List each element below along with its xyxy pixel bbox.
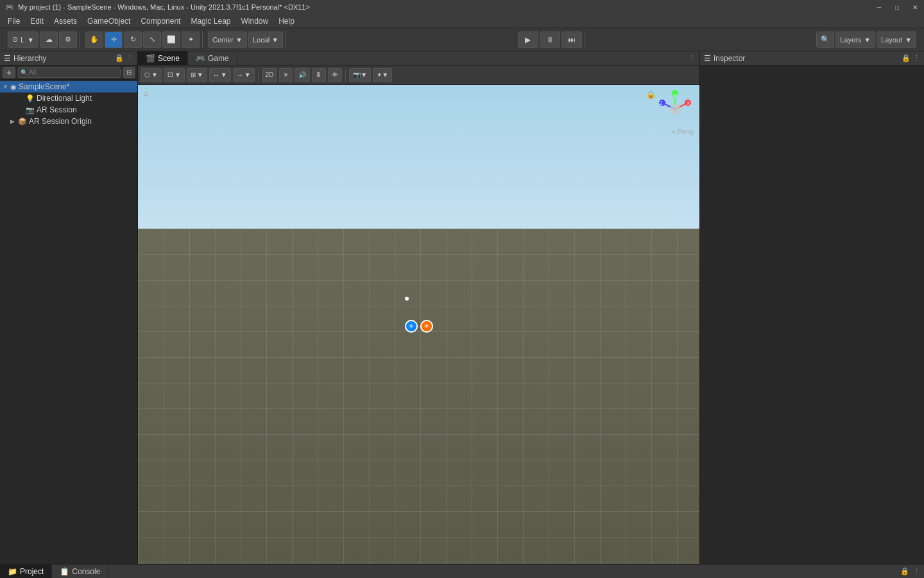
persp-label: < Persp <box>672 128 694 136</box>
hierarchy-panel: ☰ Hierarchy 🔒 ⋮ + 🔍 ⊟ ▼ ◉ SampleScene* <box>0 51 138 564</box>
maximize-button[interactable]: □ <box>888 0 906 14</box>
play-group: ▶ ⏸ ⏭ <box>515 31 585 48</box>
2d-button[interactable]: 2D <box>262 68 278 82</box>
inspector-header: ☰ Inspector 🔒 ⋮ <box>700 51 924 66</box>
move-tool[interactable]: ✛ <box>105 31 123 48</box>
hierarchy-item-directional-light[interactable]: 💡 Directional Light <box>0 92 137 104</box>
menu-gameobject[interactable]: GameObject <box>82 15 135 27</box>
cloud-button[interactable]: ☁ <box>40 31 58 48</box>
account-dropdown[interactable]: ⊙ L ▼ <box>8 31 38 48</box>
vfx-button[interactable]: 🎚 <box>312 68 326 82</box>
bottom-more-icon[interactable]: ⋮ <box>913 567 920 575</box>
bottom-area: 📁 Project 📋 Console 🔒 ⋮ + ▼ ★ Favorites <box>0 564 924 578</box>
hierarchy-more-icon[interactable]: ⋮ <box>126 54 133 62</box>
title-bar: 🎮 My project (1) - SampleScene - Windows… <box>0 0 924 14</box>
global-dropdown[interactable]: →▼ <box>233 68 255 82</box>
pivot-dropdown[interactable]: Center ▼ <box>208 31 247 48</box>
scene-object-2: 👁 <box>420 320 433 333</box>
scene-center-dot: 👁 👁 <box>405 297 433 333</box>
hierarchy-arrow-arsessionorigin: ▶ <box>10 118 18 125</box>
hand-tool[interactable]: ✋ <box>85 31 103 48</box>
project-tab[interactable]: 📁 Project <box>0 565 52 579</box>
rect-tool[interactable]: ⬜ <box>162 31 180 48</box>
account-icon: ⊙ <box>12 35 18 44</box>
game-tab[interactable]: 🎮 Game <box>188 51 237 66</box>
scene-grid <box>138 229 699 564</box>
project-tab-label: Project <box>20 567 44 576</box>
pause-button[interactable]: ⏸ <box>540 31 560 48</box>
search-button[interactable]: 🔍 <box>816 31 834 48</box>
play-button[interactable]: ▶ <box>518 31 538 48</box>
minimize-button[interactable]: ─ <box>870 0 888 14</box>
menu-edit[interactable]: Edit <box>25 15 49 27</box>
scene-tab-icon: 🎬 <box>146 54 155 63</box>
bottom-lock-icon[interactable]: 🔒 <box>900 567 909 575</box>
local-dropdown[interactable]: Local ▼ <box>248 31 283 48</box>
scene-lock-icon[interactable]: 🔒 <box>646 90 656 99</box>
scene-view-more-icon[interactable]: ⋮ <box>689 54 696 62</box>
game-tab-icon: 🎮 <box>196 54 205 63</box>
view-toolbar: ⬡▼ ⚀▼ ⊞▼ ↔▼ →▼ 2D ☀ 🔊 🎚 👁 📷▼ ✦▼ <box>138 66 699 85</box>
menu-window[interactable]: Window <box>236 15 274 27</box>
hierarchy-lock-icon[interactable]: 🔒 <box>115 54 124 62</box>
gizmo-dropdown[interactable]: ⊞▼ <box>187 68 207 82</box>
layout-dropdown[interactable]: Layout ▼ <box>877 31 916 48</box>
gizmos-dropdown[interactable]: ✦▼ <box>373 68 392 82</box>
main-layout: ☰ Hierarchy 🔒 ⋮ + 🔍 ⊟ ▼ ◉ SampleScene* <box>0 51 924 564</box>
console-tab[interactable]: 📋 Console <box>52 565 108 579</box>
ar-session-icon: 📷 <box>26 106 35 114</box>
hierarchy-item-ar-session-origin[interactable]: ▶ 📦 AR Session Origin <box>0 116 137 127</box>
audio-button[interactable]: 🔊 <box>295 68 310 82</box>
title-bar-text: My project (1) - SampleScene - Windows, … <box>18 3 310 11</box>
hierarchy-menu-icon: ☰ <box>4 54 11 63</box>
menu-assets[interactable]: Assets <box>49 15 82 27</box>
game-tab-label: Game <box>208 54 229 63</box>
light-button[interactable]: ☀ <box>279 68 293 82</box>
layers-dropdown[interactable]: Layers ▼ <box>835 31 875 48</box>
rotate-tool[interactable]: ↻ <box>124 31 142 48</box>
inspector-lock-icon[interactable]: 🔒 <box>902 54 911 62</box>
menu-magic-leap[interactable]: Magic Leap <box>185 15 235 27</box>
scene-object-1: 👁 <box>405 320 418 333</box>
inspector-title: Inspector <box>714 54 899 63</box>
sep1 <box>258 69 259 82</box>
snap-dropdown[interactable]: ↔▼ <box>209 68 231 82</box>
inspector-menu-icon: ☰ <box>704 54 711 63</box>
global-icon: → <box>237 71 243 78</box>
shading-dropdown[interactable]: ⬡▼ <box>141 68 162 82</box>
layers-group: 🔍 Layers ▼ Layout ▼ <box>814 31 919 48</box>
scene-view[interactable]: ≡ 👁 👁 X <box>138 85 699 564</box>
camera-dropdown[interactable]: 📷▼ <box>349 68 371 82</box>
menu-help[interactable]: Help <box>273 15 300 27</box>
render-dropdown[interactable]: ⚀▼ <box>164 68 185 82</box>
hierarchy-search-input[interactable] <box>18 67 121 78</box>
scene-gizmo[interactable]: X Y Z <box>656 90 694 128</box>
visibility-button[interactable]: 👁 <box>328 68 342 82</box>
close-button[interactable]: ✕ <box>906 0 924 14</box>
inspector-panel: ☰ Inspector 🔒 ⋮ <box>699 51 924 564</box>
inspector-empty <box>700 66 924 91</box>
layers-arrow: ▼ <box>864 36 871 44</box>
menu-component[interactable]: Component <box>135 15 185 27</box>
hierarchy-label-ar-session-origin: AR Session Origin <box>29 117 92 126</box>
transform-tool[interactable]: ✦ <box>182 31 200 48</box>
inspector-more-icon[interactable]: ⋮ <box>913 54 920 62</box>
sep2 <box>345 69 346 82</box>
hierarchy-label-samplescene: SampleScene* <box>19 82 69 91</box>
menu-bar: File Edit Assets GameObject Component Ma… <box>0 14 924 28</box>
ar-origin-icon: 📦 <box>18 118 27 126</box>
hierarchy-item-ar-session[interactable]: 📷 AR Session <box>0 104 137 116</box>
title-bar-icon: 🎮 <box>5 3 14 12</box>
hierarchy-options-button[interactable]: ⊟ <box>123 67 135 78</box>
hierarchy-item-samplescene[interactable]: ▼ ◉ SampleScene* <box>0 81 137 92</box>
scene-tab[interactable]: 🎬 Scene <box>138 51 188 66</box>
transform-group: ✋ ✛ ↻ ⤡ ⬜ ✦ <box>83 31 203 48</box>
scene-menu-icon[interactable]: ≡ <box>143 89 148 99</box>
hierarchy-add-button[interactable]: + <box>3 67 15 78</box>
menu-file[interactable]: File <box>3 15 25 27</box>
center-panel: 🎬 Scene 🎮 Game ⋮ ⬡▼ ⚀▼ ⊞▼ ↔▼ <box>138 51 699 564</box>
collab-button[interactable]: ⚙ <box>59 31 77 48</box>
step-button[interactable]: ⏭ <box>561 31 582 48</box>
account-label: L <box>21 36 24 44</box>
scale-tool[interactable]: ⤡ <box>143 31 161 48</box>
